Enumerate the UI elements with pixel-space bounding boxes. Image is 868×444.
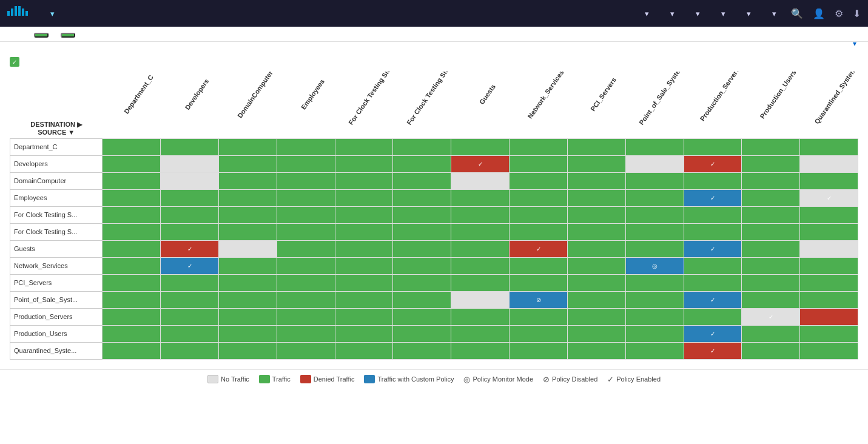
cell-10-3[interactable]: [277, 308, 335, 325]
cell-3-11[interactable]: [742, 189, 800, 206]
cell-12-5[interactable]: [393, 342, 451, 359]
ise-badge[interactable]: [61, 33, 75, 38]
cell-2-8[interactable]: [567, 172, 625, 189]
cell-8-5[interactable]: [393, 274, 451, 291]
cell-2-7[interactable]: [510, 172, 568, 189]
cell-5-2[interactable]: [219, 223, 277, 240]
cell-12-0[interactable]: [103, 342, 161, 359]
cell-1-8[interactable]: [567, 155, 625, 172]
cell-9-5[interactable]: [393, 291, 451, 308]
cell-8-11[interactable]: [742, 274, 800, 291]
cell-12-7[interactable]: [510, 342, 568, 359]
cell-3-3[interactable]: [277, 189, 335, 206]
cell-11-4[interactable]: [335, 325, 393, 342]
cell-10-11[interactable]: ✓: [742, 308, 800, 325]
cell-0-9[interactable]: [625, 138, 684, 155]
cell-10-6[interactable]: [451, 308, 510, 325]
cell-0-12[interactable]: [800, 138, 858, 155]
cell-3-6[interactable]: [451, 189, 510, 206]
cell-8-10[interactable]: [684, 274, 742, 291]
cell-8-12[interactable]: [800, 274, 858, 291]
cell-5-11[interactable]: [742, 223, 800, 240]
cell-1-12[interactable]: [800, 155, 858, 172]
cell-7-2[interactable]: [219, 257, 277, 274]
cell-5-7[interactable]: [510, 223, 568, 240]
cell-4-6[interactable]: [451, 206, 510, 223]
cell-0-4[interactable]: [335, 138, 393, 155]
cell-2-12[interactable]: [800, 172, 858, 189]
cell-5-1[interactable]: [161, 223, 219, 240]
cell-7-10[interactable]: [684, 257, 742, 274]
cell-8-6[interactable]: [451, 274, 510, 291]
download-icon[interactable]: ⬇: [853, 8, 861, 19]
export-button[interactable]: ▾: [853, 39, 858, 48]
cell-9-7[interactable]: ⊘: [510, 291, 568, 308]
user-icon[interactable]: 👤: [813, 8, 825, 19]
nav-autobots[interactable]: ▾: [44, 9, 59, 18]
cell-2-0[interactable]: [103, 172, 161, 189]
cell-4-2[interactable]: [219, 206, 277, 223]
cell-10-2[interactable]: [219, 308, 277, 325]
cell-3-8[interactable]: [567, 189, 625, 206]
cell-6-0[interactable]: [103, 240, 161, 257]
cell-11-2[interactable]: [219, 325, 277, 342]
cell-12-2[interactable]: [219, 342, 277, 359]
cell-4-8[interactable]: [567, 206, 625, 223]
cell-2-11[interactable]: [742, 172, 800, 189]
cell-5-4[interactable]: [335, 223, 393, 240]
cell-7-7[interactable]: [510, 257, 568, 274]
cell-0-10[interactable]: [684, 138, 742, 155]
cell-11-5[interactable]: [393, 325, 451, 342]
nav-dashboards[interactable]: ▾: [638, 9, 654, 18]
cell-10-1[interactable]: [161, 308, 219, 325]
cell-9-4[interactable]: [335, 291, 393, 308]
cell-9-1[interactable]: [161, 291, 219, 308]
search-icon[interactable]: 🔍: [791, 8, 803, 19]
cell-1-1[interactable]: [161, 155, 219, 172]
cell-3-10[interactable]: ✓: [684, 189, 742, 206]
cell-5-10[interactable]: [684, 223, 742, 240]
nav-configure[interactable]: ▾: [740, 9, 756, 18]
cell-5-8[interactable]: [567, 223, 625, 240]
cell-12-11[interactable]: [742, 342, 800, 359]
cell-8-8[interactable]: [567, 274, 625, 291]
cell-3-4[interactable]: [335, 189, 393, 206]
cell-3-2[interactable]: [219, 189, 277, 206]
cell-6-5[interactable]: [393, 240, 451, 257]
cell-4-11[interactable]: [742, 206, 800, 223]
cell-1-9[interactable]: [625, 155, 684, 172]
cell-11-10[interactable]: ✓: [684, 325, 742, 342]
cell-6-7[interactable]: ✓: [510, 240, 568, 257]
cell-6-1[interactable]: ✓: [161, 240, 219, 257]
cell-9-8[interactable]: [567, 291, 625, 308]
cell-1-11[interactable]: [742, 155, 800, 172]
cell-7-0[interactable]: [103, 257, 161, 274]
cell-11-12[interactable]: [800, 325, 858, 342]
nav-analyze[interactable]: ▾: [689, 9, 705, 18]
cell-8-2[interactable]: [219, 274, 277, 291]
cell-4-4[interactable]: [335, 206, 393, 223]
cell-3-0[interactable]: [103, 189, 161, 206]
cell-0-0[interactable]: [103, 138, 161, 155]
settings-icon[interactable]: ⚙: [835, 8, 843, 19]
cell-10-5[interactable]: [393, 308, 451, 325]
cell-0-3[interactable]: [277, 138, 335, 155]
cell-7-1[interactable]: ✓: [161, 257, 219, 274]
cell-6-9[interactable]: [625, 240, 684, 257]
cell-6-11[interactable]: [742, 240, 800, 257]
cell-7-4[interactable]: [335, 257, 393, 274]
cell-5-3[interactable]: [277, 223, 335, 240]
nav-monitor[interactable]: ▾: [664, 9, 679, 18]
cell-2-4[interactable]: [335, 172, 393, 189]
cell-0-11[interactable]: [742, 138, 800, 155]
cell-7-3[interactable]: [277, 257, 335, 274]
cell-1-0[interactable]: [103, 155, 161, 172]
cell-0-5[interactable]: [393, 138, 451, 155]
cell-1-4[interactable]: [335, 155, 393, 172]
cell-1-2[interactable]: [219, 155, 277, 172]
cell-3-9[interactable]: [625, 189, 684, 206]
cell-11-9[interactable]: [625, 325, 684, 342]
cell-4-12[interactable]: [800, 206, 858, 223]
nav-deploy[interactable]: ▾: [765, 9, 781, 18]
cell-10-9[interactable]: [625, 308, 684, 325]
